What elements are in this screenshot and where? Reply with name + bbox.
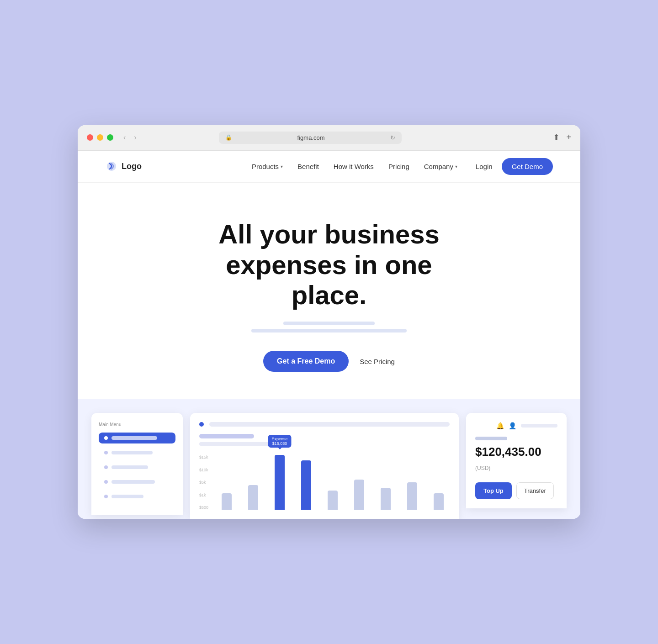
balance-amount: $120,435.00 (USD) [475,445,557,473]
back-button[interactable]: ‹ [121,132,128,143]
chart-bar-7 [381,488,391,510]
chart-bar-2 [248,485,258,510]
chart-bar-group-4 [295,455,317,510]
balance-panel: 🔔 👤 $120,435.00 (USD) Top Up Transfer [466,413,567,508]
transfer-button[interactable]: Transfer [516,482,554,499]
sidebar-panel: Main Menu [91,413,183,515]
browser-chrome: ‹ › 🔒 figma.com ↻ ⬆ + [78,125,580,151]
minimize-button[interactable] [97,134,103,141]
chart-header [199,422,450,427]
nav-label-benefit: Benefit [297,163,319,170]
chart-bar-6 [354,480,364,510]
logo-area: Logo [105,160,142,173]
sidebar-dot-5 [104,495,108,498]
y-label-5: $500 [199,505,208,510]
chart-bar-4 [301,460,311,510]
chart-bar-group-8 [401,455,423,510]
chart-bar-group-2 [242,455,264,510]
sidebar-bar-1 [111,436,157,440]
chevron-down-icon-2: ▾ [455,164,457,169]
chart-y-labels: $15k $10k $5k $1k $500 [199,455,208,510]
tooltip-label: Expense [272,437,288,441]
sidebar-item-4[interactable] [99,476,175,487]
balance-actions: Top Up Transfer [475,482,557,499]
chart-area: $15k $10k $5k $1k $500 [199,455,450,510]
chart-bar-group-6 [348,455,370,510]
nav-item-products[interactable]: Products ▾ [252,163,283,170]
address-bar[interactable]: 🔒 figma.com ↻ [219,132,402,144]
chart-bar-group-9 [428,455,450,510]
balance-header-bar [521,424,557,428]
sidebar-item-3[interactable] [99,462,175,473]
browser-actions: ⬆ + [553,132,571,143]
hero-title: All your business expenses in one place. [187,219,471,311]
balance-label-bar [475,437,507,440]
chart-bar-3: Expense $15,030 [275,455,285,510]
sidebar-item-2[interactable] [99,447,175,458]
chart-bar-group-7 [375,455,397,510]
y-label-2: $10k [199,468,208,472]
chart-title-bar [199,434,254,438]
nav-label-how-it-works: How it Works [334,163,374,170]
hero-title-line1: All your business [218,219,439,249]
chart-header-dot [199,422,204,427]
see-pricing-button[interactable]: See Pricing [360,358,395,365]
forward-button[interactable]: › [131,132,139,143]
top-up-button[interactable]: Top Up [475,482,512,499]
hero-title-line2: expenses in one place. [226,250,432,310]
nav-label-products: Products [252,163,279,170]
sidebar-dot-3 [104,465,108,469]
free-demo-button[interactable]: Get a Free Demo [263,351,349,372]
chart-bars: Expense $15,030 [216,455,450,510]
browser-window: ‹ › 🔒 figma.com ↻ ⬆ + Logo [78,125,580,519]
maximize-button[interactable] [107,134,113,141]
subtitle-line-2 [251,329,407,333]
nav-item-how-it-works[interactable]: How it Works [334,163,374,170]
sidebar-dot-2 [104,451,108,454]
chart-bar-5 [328,491,338,510]
nav-item-benefit[interactable]: Benefit [297,163,319,170]
get-demo-button[interactable]: Get Demo [502,158,553,175]
chart-bar-9 [434,493,444,510]
nav-links: Products ▾ Benefit How it Works [252,163,457,170]
traffic-lights [87,134,113,141]
nav-item-company[interactable]: Company ▾ [424,163,457,170]
sidebar-item-5[interactable] [99,491,175,502]
nav-label-company: Company [424,163,453,170]
nav-arrows: ‹ › [121,132,139,143]
logo-icon [105,160,118,173]
chart-header-bar [209,422,450,427]
close-button[interactable] [87,134,93,141]
sidebar-item-1[interactable] [99,433,175,443]
logo-text: Logo [122,162,142,171]
share-icon[interactable]: ⬆ [553,132,560,143]
login-button[interactable]: Login [476,163,493,170]
nav-item-pricing[interactable]: Pricing [388,163,409,170]
y-label-1: $15k [199,455,208,459]
outer-wrapper: ‹ › 🔒 figma.com ↻ ⬆ + Logo [78,89,580,555]
dashboard-preview: Main Menu [78,399,580,519]
sidebar-bar-3 [111,465,148,469]
new-tab-icon[interactable]: + [566,132,571,143]
sidebar-bar-4 [111,480,155,484]
chart-bar-8 [407,482,417,510]
user-icon: 👤 [509,422,516,429]
site-nav: Logo Products ▾ Benefit How it Works [78,151,580,183]
sidebar-dot-4 [104,480,108,484]
chevron-down-icon: ▾ [281,164,283,169]
sidebar-bar-2 [111,451,153,454]
sidebar-bar-5 [111,495,143,498]
chart-bar-group-5 [322,455,344,510]
lock-icon: 🔒 [225,134,232,141]
sidebar-dot-1 [104,436,108,440]
hero-section: All your business expenses in one place.… [78,183,580,372]
chart-tooltip: Expense $15,030 [268,435,292,448]
hero-buttons: Get a Free Demo See Pricing [105,351,553,372]
chart-bar-group-1 [216,455,238,510]
hero-subtitle [105,322,553,333]
tooltip-value: $15,030 [272,441,287,446]
refresh-icon: ↻ [390,134,395,141]
y-label-4: $1k [199,493,208,497]
balance-value: $120,435.00 [475,445,541,459]
chart-panel: $15k $10k $5k $1k $500 [190,413,459,519]
